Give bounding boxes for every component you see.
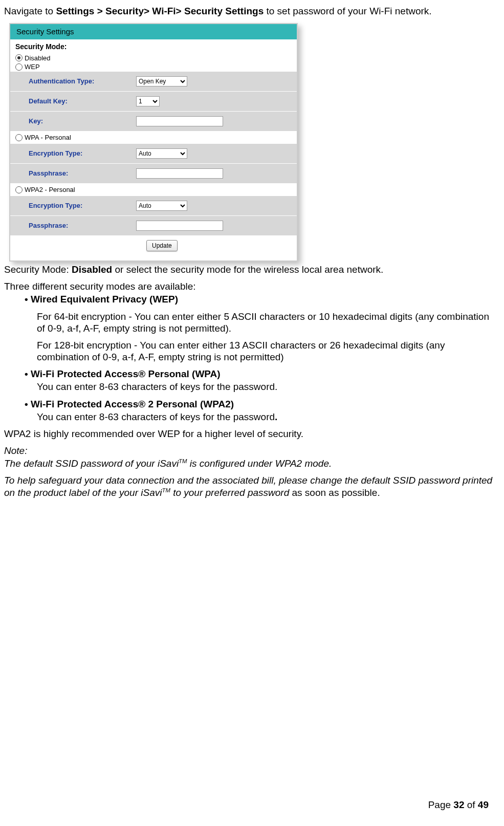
note-line2: To help safeguard your data connection a… (4, 474, 498, 498)
intro-prefix: Navigate to (4, 6, 56, 16)
security-mode-label: Security Mode: (15, 42, 292, 51)
modes-intro: Three different security modes are avail… (4, 280, 498, 292)
wep-block: Wired Equivalent Privacy (WEP) (25, 293, 498, 305)
row-passphrase-wpa: Passphrase: (10, 164, 297, 184)
radio-label: WPA2 - Personal (25, 186, 75, 194)
recommendation: WPA2 is highly recommended over WEP for … (4, 428, 498, 440)
radio-label: WPA - Personal (25, 134, 71, 142)
radio-wpa2[interactable]: WPA2 - Personal (15, 184, 292, 196)
passphrase-label: Passphrase: (29, 169, 136, 178)
wpa-p1: You can enter 8-63 characters of keys fo… (37, 381, 498, 393)
radio-wep[interactable]: WEP (15, 62, 292, 72)
radio-label: WEP (25, 63, 40, 71)
row-enc-type-wpa: Encryption Type: Auto (10, 144, 297, 164)
radio-icon (15, 134, 23, 141)
wpa2-p1: You can enter 8-63 characters of keys fo… (37, 411, 498, 423)
radio-icon (15, 63, 23, 71)
passphrase-label: Passphrase: (29, 222, 136, 230)
wep-p1: For 64-bit encryption - You can enter ei… (37, 311, 498, 334)
enc-type-label: Encryption Type: (29, 202, 136, 210)
row-default-key: Default Key: 1 (10, 92, 297, 112)
intro-suffix: to set password of your Wi-Fi network. (264, 6, 431, 16)
default-key-label: Default Key: (29, 97, 136, 105)
radio-wpa[interactable]: WPA - Personal (15, 132, 292, 144)
radio-icon (15, 186, 23, 193)
update-button[interactable]: Update (146, 240, 178, 251)
passphrase-input[interactable] (136, 168, 223, 179)
enc-type-select[interactable]: Auto (136, 148, 187, 159)
auth-type-select[interactable]: Open Key (136, 76, 187, 86)
wep-title: Wired Equivalent Privacy (WEP) (25, 294, 178, 305)
radio-label: Disabled (25, 54, 51, 62)
wpa2-title: Wi-Fi Protected Access® 2 Personal (WPA2… (25, 399, 234, 409)
key-input[interactable] (136, 116, 223, 126)
enc-type-select-2[interactable]: Auto (136, 201, 187, 211)
note-line1: The default SSID password of your iSaviT… (4, 458, 498, 469)
wpa-title: Wi-Fi Protected Access® Personal (WPA) (25, 368, 221, 379)
wep-p2: For 128-bit encryption - You can enter e… (37, 339, 498, 363)
wpa2-block: Wi-Fi Protected Access® 2 Personal (WPA2… (25, 398, 498, 410)
radio-icon (15, 54, 23, 61)
radio-disabled[interactable]: Disabled (15, 54, 292, 63)
row-enc-type-wpa2: Encryption Type: Auto (10, 196, 297, 216)
row-key: Key: (10, 112, 297, 132)
auth-type-label: Authentication Type: (29, 77, 136, 85)
intro-path: Settings > Security> Wi-Fi> Security Set… (56, 6, 264, 16)
row-auth-type: Authentication Type: Open Key (10, 72, 297, 92)
page-footer: Page 32 of 49 (428, 799, 489, 811)
intro-paragraph: Navigate to Settings > Security> Wi-Fi> … (4, 5, 498, 17)
passphrase-input-2[interactable] (136, 221, 223, 231)
security-settings-panel: Security Settings Security Mode: Disable… (9, 23, 298, 262)
note-head: Note: (4, 445, 498, 457)
panel-title: Security Settings (10, 24, 297, 39)
enc-type-label: Encryption Type: (29, 149, 136, 158)
row-passphrase-wpa2: Passphrase: (10, 216, 297, 236)
wpa-block: Wi-Fi Protected Access® Personal (WPA) (25, 368, 498, 380)
key-label: Key: (29, 117, 136, 125)
default-key-select[interactable]: 1 (136, 96, 160, 106)
security-mode-desc: Security Mode: Disabled or select the se… (4, 264, 498, 275)
